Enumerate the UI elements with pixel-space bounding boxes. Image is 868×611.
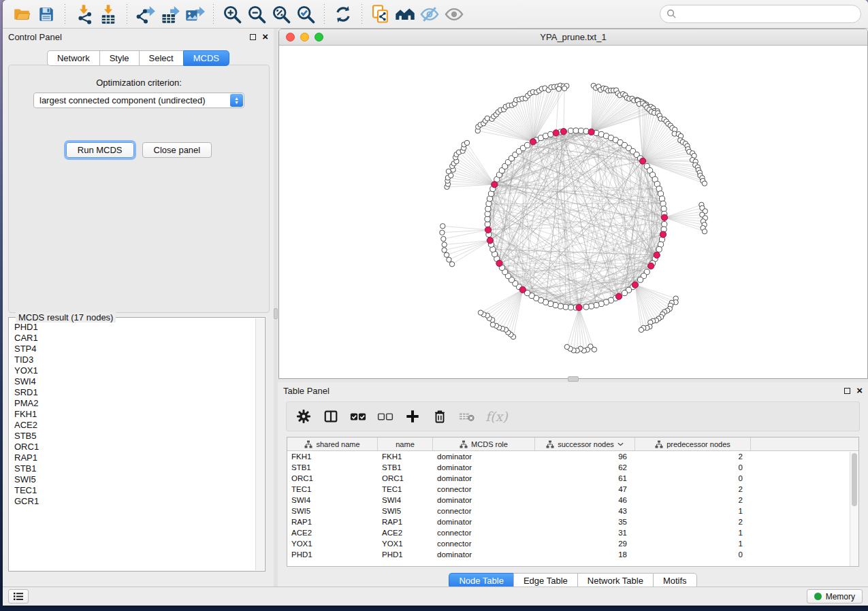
table-cell[interactable]: 46 [535, 496, 635, 504]
table-cell[interactable]: SWI4 [287, 496, 378, 504]
table-cell[interactable]: dominator [433, 496, 535, 504]
mcds-result-item[interactable]: GCR1 [14, 496, 255, 507]
table-cell[interactable]: 2 [635, 496, 751, 504]
mcds-result-item[interactable]: ORC1 [14, 442, 255, 452]
mcds-result-item[interactable]: YOX1 [14, 365, 255, 376]
column-header-mcds-role[interactable]: MCDS role [433, 437, 535, 450]
tab-select[interactable]: Select [139, 50, 183, 66]
table-cell[interactable]: connector [433, 485, 535, 493]
table-cell[interactable]: STB1 [287, 463, 378, 472]
search-field[interactable] [660, 5, 861, 23]
mcds-result-item[interactable]: ACE2 [14, 420, 255, 431]
mcds-result-item[interactable]: SRD1 [14, 387, 255, 398]
table-cell[interactable]: dominator [433, 452, 535, 461]
table-cell[interactable]: dominator [433, 474, 535, 482]
zoom-selected-icon[interactable] [293, 3, 318, 26]
table-row[interactable]: ORC1ORC1dominator610 [287, 473, 858, 484]
zoom-fit-icon[interactable] [269, 3, 293, 26]
table-row[interactable]: YOX1YOX1connector291 [287, 538, 858, 549]
export-image-icon[interactable] [182, 3, 207, 26]
table-cell[interactable]: RAP1 [287, 518, 378, 526]
mcds-result-list[interactable]: PHD1CAR1STP4TID3YOX1SWI4SRD1PMA2FKH1ACE2… [14, 322, 255, 569]
mcds-result-item[interactable]: PHD1 [14, 322, 255, 333]
column-header-predecessor-nodes[interactable]: predecessor nodes [635, 437, 751, 450]
table-row[interactable]: SWI5SWI5connector431 [287, 506, 858, 516]
table-cell[interactable]: ORC1 [287, 474, 378, 482]
gear-icon[interactable] [295, 408, 312, 425]
table-cell[interactable]: TEC1 [378, 485, 433, 493]
table-cell[interactable]: 31 [535, 529, 635, 537]
tab-style[interactable]: Style [99, 50, 139, 66]
mcds-result-item[interactable]: STP4 [14, 344, 255, 354]
table-cell[interactable]: PHD1 [287, 550, 378, 559]
table-cell[interactable]: SWI5 [378, 507, 433, 515]
float-panel-icon[interactable] [250, 34, 256, 40]
close-panel-icon[interactable]: × [856, 387, 863, 394]
tab-network[interactable]: Network [47, 50, 99, 66]
table-cell[interactable]: FKH1 [378, 452, 433, 461]
table-cell[interactable]: dominator [433, 463, 535, 472]
table-cell[interactable]: 2 [635, 485, 751, 493]
table-cell[interactable]: PHD1 [378, 550, 433, 559]
table-row[interactable]: PHD1PHD1dominator180 [287, 549, 858, 560]
close-panel-icon[interactable]: × [262, 33, 268, 40]
table-row[interactable]: RAP1RAP1dominator352 [287, 516, 858, 527]
column-header-shared-name[interactable]: shared name [287, 437, 378, 450]
table-cell[interactable]: 43 [535, 507, 635, 515]
table-cell[interactable]: RAP1 [378, 518, 433, 526]
table-cell[interactable]: 47 [535, 485, 635, 493]
table-scrollbar-thumb[interactable] [852, 453, 857, 506]
table-cell[interactable]: connector [433, 507, 535, 515]
table-cell[interactable]: YOX1 [287, 540, 378, 548]
run-mcds-button[interactable]: Run MCDS [66, 142, 134, 158]
table-cell[interactable]: 1 [635, 507, 751, 515]
table-cell[interactable]: 61 [535, 474, 635, 482]
delete-column-icon[interactable] [431, 408, 449, 425]
mcds-result-item[interactable]: PMA2 [14, 398, 255, 409]
import-table-icon[interactable] [96, 3, 120, 26]
mcds-result-item[interactable]: CAR1 [14, 333, 255, 344]
table-row[interactable]: SWI4SWI4dominator462 [287, 495, 858, 506]
table-cell[interactable]: 29 [535, 540, 635, 548]
hide-selected-icon[interactable] [417, 3, 442, 26]
hide-all-columns-icon[interactable] [376, 408, 394, 425]
table-row[interactable]: FKH1FKH1dominator962 [287, 451, 858, 462]
float-panel-icon[interactable] [844, 388, 850, 394]
table-cell[interactable]: ACE2 [287, 529, 378, 537]
table-cell[interactable]: 0 [635, 474, 751, 482]
table-scrollbar[interactable] [850, 452, 858, 566]
table-cell[interactable]: 18 [535, 550, 635, 559]
mcds-result-item[interactable]: FKH1 [14, 409, 255, 420]
mcds-result-item[interactable]: SWI5 [14, 474, 255, 485]
table-cell[interactable]: 2 [635, 452, 751, 461]
table-row[interactable]: STB1STB1dominator620 [287, 462, 858, 473]
zoom-in-icon[interactable] [220, 3, 244, 26]
table-cell[interactable]: YOX1 [378, 540, 433, 548]
task-history-button[interactable] [8, 589, 29, 604]
table-cell[interactable]: 2 [635, 518, 751, 526]
table-cell[interactable]: 62 [535, 463, 635, 472]
show-all-columns-icon[interactable] [349, 408, 367, 425]
table-cell[interactable]: connector [433, 540, 535, 548]
table-cell[interactable]: 96 [535, 452, 635, 461]
mcds-result-item[interactable]: STB1 [14, 463, 255, 474]
zoom-out-icon[interactable] [244, 3, 269, 26]
show-all-icon[interactable] [442, 3, 466, 26]
mcds-result-item[interactable]: SWI4 [14, 376, 255, 387]
mcds-result-item[interactable]: STB5 [14, 431, 255, 442]
table-cell[interactable]: dominator [433, 550, 535, 559]
table-cell[interactable]: 0 [635, 463, 751, 472]
table-cell[interactable]: dominator [433, 518, 535, 526]
table-cell[interactable]: 1 [635, 529, 751, 537]
optimization-criterion-select[interactable]: largest connected component (undirected)… [33, 93, 244, 108]
table-cell[interactable]: STB1 [378, 463, 433, 472]
export-network-icon[interactable] [133, 3, 158, 26]
create-column-icon[interactable] [404, 408, 421, 425]
mcds-result-item[interactable]: TID3 [14, 354, 255, 365]
mcds-result-item[interactable]: TEC1 [14, 485, 255, 496]
table-cell[interactable]: 0 [635, 550, 751, 559]
horizontal-splitter-handle[interactable] [568, 376, 579, 382]
column-header-name[interactable]: name [378, 437, 433, 450]
toggle-panel-columns-icon[interactable] [322, 408, 340, 425]
first-neighbors-icon[interactable] [393, 3, 417, 26]
